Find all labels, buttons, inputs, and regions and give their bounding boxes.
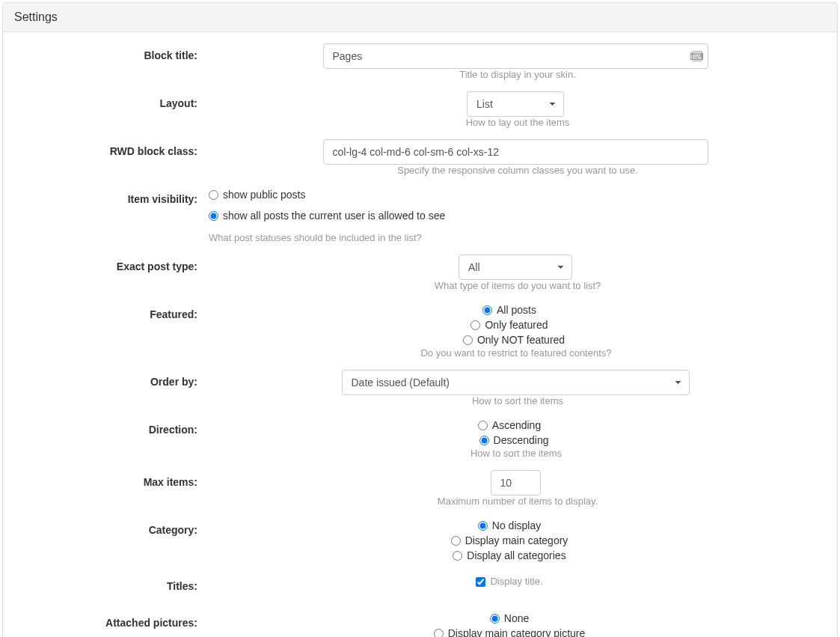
maxitems-input[interactable] xyxy=(491,470,541,496)
rwd-label: RWD block class: xyxy=(18,139,209,159)
posttype-select[interactable]: All xyxy=(459,255,572,280)
pictures-none-label: None xyxy=(504,611,529,626)
direction-asc-radio[interactable] xyxy=(478,421,488,430)
rwd-help: Specify the responsive column classes yo… xyxy=(397,165,638,176)
block-title-help: Title to display in your skin. xyxy=(459,69,576,80)
featured-help: Do you want to restrict to featured cont… xyxy=(420,347,611,359)
panel-title: Settings xyxy=(3,3,837,32)
posttype-help: What type of items do you want to list? xyxy=(435,280,601,291)
rwd-input[interactable] xyxy=(323,139,708,165)
featured-only[interactable]: Only featured xyxy=(470,317,548,332)
pictures-label: Attached pictures: xyxy=(18,611,209,631)
direction-desc-label: Descending xyxy=(494,433,549,448)
direction-asc-label: Ascending xyxy=(492,418,541,433)
maxitems-help: Maximum number of items to display. xyxy=(438,496,598,507)
titles-check[interactable]: Display title. xyxy=(476,574,542,589)
visibility-all[interactable]: show all posts the current user is allow… xyxy=(209,208,810,223)
pictures-maincat-radio[interactable] xyxy=(434,629,444,638)
pictures-maincat[interactable]: Display main category picture xyxy=(434,626,586,637)
pictures-maincat-label: Display main category picture xyxy=(448,626,586,637)
direction-desc-radio[interactable] xyxy=(479,436,489,445)
titles-check-label: Display title. xyxy=(490,574,542,589)
category-all-radio[interactable] xyxy=(453,551,462,561)
layout-help: How to lay out the items xyxy=(466,117,570,128)
category-main-radio[interactable] xyxy=(451,536,461,546)
featured-only-radio[interactable] xyxy=(470,320,480,330)
settings-panel: Settings Block title: ⌨ Title to display… xyxy=(2,2,838,637)
orderby-label: Order by: xyxy=(18,370,209,390)
featured-only-label: Only featured xyxy=(485,317,548,332)
category-main[interactable]: Display main category xyxy=(451,533,568,548)
layout-select[interactable]: List xyxy=(467,91,564,117)
pictures-none-radio[interactable] xyxy=(490,614,500,624)
category-all[interactable]: Display all categories xyxy=(453,548,565,563)
titles-checkbox[interactable] xyxy=(476,577,485,587)
category-label: Category: xyxy=(18,518,209,538)
panel-body: Block title: ⌨ Title to display in your … xyxy=(3,32,837,637)
block-title-input[interactable] xyxy=(323,43,708,69)
visibility-all-radio[interactable] xyxy=(209,211,218,221)
featured-all-radio[interactable] xyxy=(482,305,492,315)
orderby-help: How to sort the items xyxy=(472,395,563,406)
orderby-select[interactable]: Date issued (Default) xyxy=(342,370,690,395)
titles-label: Titles: xyxy=(18,574,209,594)
maxitems-label: Max items: xyxy=(18,470,209,490)
visibility-public-radio[interactable] xyxy=(209,190,218,200)
visibility-all-label: show all posts the current user is allow… xyxy=(223,208,445,223)
direction-asc[interactable]: Ascending xyxy=(478,418,541,433)
featured-not[interactable]: Only NOT featured xyxy=(463,332,565,347)
category-none-radio[interactable] xyxy=(478,521,488,531)
pictures-none[interactable]: None xyxy=(490,611,529,626)
visibility-public[interactable]: show public posts xyxy=(209,187,810,202)
featured-label: Featured: xyxy=(18,302,209,323)
posttype-label: Exact post type: xyxy=(18,255,209,275)
featured-all[interactable]: All posts xyxy=(482,302,536,317)
autofill-icon: ⌨ xyxy=(692,51,702,61)
category-main-label: Display main category xyxy=(465,533,568,548)
featured-not-radio[interactable] xyxy=(463,335,473,345)
block-title-label: Block title: xyxy=(18,43,209,64)
category-none-label: No display xyxy=(492,518,541,533)
featured-all-label: All posts xyxy=(497,302,536,317)
direction-desc[interactable]: Descending xyxy=(479,433,549,448)
layout-label: Layout: xyxy=(18,91,209,112)
category-all-label: Display all categories xyxy=(467,548,565,563)
featured-not-label: Only NOT featured xyxy=(477,332,565,347)
visibility-label: Item visibility: xyxy=(18,187,209,207)
direction-label: Direction: xyxy=(18,418,209,438)
visibility-help: What post statuses should be included in… xyxy=(209,232,822,243)
category-none[interactable]: No display xyxy=(478,518,541,533)
visibility-public-label: show public posts xyxy=(223,187,306,202)
direction-help: How to sort the items xyxy=(470,448,562,459)
